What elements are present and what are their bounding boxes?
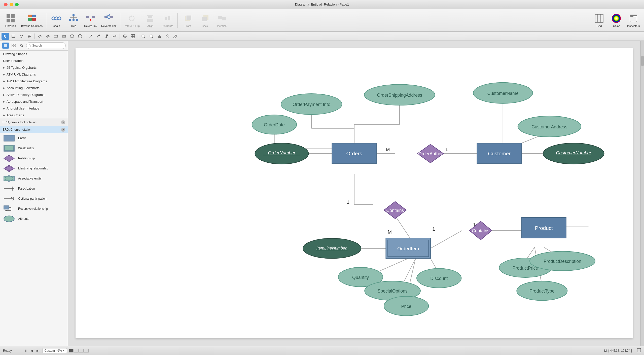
minimize-button[interactable] [10,3,13,6]
sidebar-view-list[interactable] [2,43,9,49]
erd-chens-header[interactable]: ERD, Chen's notation ✕ [0,126,68,133]
svg-rect-7 [32,18,36,21]
tool-zoom-in[interactable] [148,33,155,40]
tool-pen[interactable] [172,33,179,40]
delete-link-label: Delete link [84,24,97,27]
tool-arrow-1[interactable] [87,33,94,40]
erd-item-entity[interactable]: Entity [0,133,68,143]
svg-text:ProductPrice: ProductPrice [513,266,538,271]
tool-arrow-4[interactable] [111,33,118,40]
sidebar-user-libraries[interactable]: User Libraries [0,57,68,64]
svg-rect-78 [131,37,133,38]
svg-point-66 [78,34,82,38]
nav-prev[interactable]: ◀ [29,348,34,353]
toolbar-identical[interactable]: Identical [214,10,230,30]
erd-item-weak-entity[interactable]: Weak entity [0,143,68,153]
vertical-scrollbar[interactable] [640,41,644,346]
sidebar-active-directory[interactable]: ▶ Active Directory Diagrams [0,91,68,98]
tool-text[interactable] [26,33,33,40]
erd-item-attribute[interactable]: Attribute [0,214,68,224]
zoom-display[interactable]: Custom 49% [42,348,67,353]
sidebar-orgcharts[interactable]: ▶ 25 Typical Orgcharts [0,64,68,71]
tool-connect-1[interactable] [36,33,44,40]
svg-rect-0 [7,14,10,18]
tool-rect[interactable] [10,33,17,40]
svg-marker-72 [113,36,114,38]
erd-item-identifying-rel[interactable]: Identifying relationship [0,163,68,173]
tool-ellipse[interactable] [18,33,25,40]
sidebar-search-box[interactable] [26,42,66,49]
sidebar-drawing-shapes[interactable]: Drawing Shapes [0,51,68,57]
accounting-arrow: ▶ [3,87,5,89]
toolbar-chain[interactable]: Chain [48,10,64,30]
maximize-button[interactable] [15,3,19,6]
erd-item-recursive[interactable]: Recursive relationship [0,204,68,214]
toolbar-front[interactable]: Front [180,10,196,30]
toolbar-libraries[interactable]: Libraries [3,10,19,30]
aerospace-arrow: ▶ [3,100,5,103]
canvas[interactable]: M 1 1 M [76,48,633,338]
erd-crows-foot-close[interactable]: ✕ [61,120,65,124]
sidebar: Drawing Shapes User Libraries ▶ 25 Typic… [0,41,68,346]
sidebar-accounting[interactable]: ▶ Accounting Flowcharts [0,85,68,91]
tool-hand[interactable] [156,33,163,40]
distribute-icon [162,13,172,23]
tool-connect-6[interactable] [76,33,84,40]
toolbar: Libraries Browse Solutions Chain [0,9,644,32]
tool-grid-view[interactable] [129,33,137,40]
toolbar-rotate-flip[interactable]: Rotate & Flip [122,10,141,30]
chain-icon [51,13,61,23]
erd-chens-close[interactable]: ✕ [61,128,65,132]
erd-item-optional-participation[interactable]: Optional participation [0,194,68,204]
tool-connect-5[interactable] [68,33,76,40]
sidebar-aws[interactable]: ▶ AWS Architecture Diagrams [0,78,68,85]
toolbar-color[interactable]: Color [608,10,624,30]
entity-preview [3,135,15,142]
close-button[interactable] [4,3,8,6]
erd-item-relationship[interactable]: Relationship [0,153,68,163]
sidebar-atm-uml[interactable]: ▶ ATM UML Diagrams [0,71,68,78]
canvas-area[interactable]: M 1 1 M [68,41,640,346]
toolbar-align[interactable]: Align [142,10,158,30]
toolbar-grid[interactable]: Grid [591,10,607,30]
tool-expand[interactable] [121,33,129,40]
page-indicator-3 [79,349,84,352]
nav-pause[interactable]: ⏸ [23,348,28,353]
sidebar-view-grid[interactable] [10,43,17,49]
sidebar-android[interactable]: ▶ Android User Interface [0,105,68,112]
tool-zoom-out[interactable] [139,33,147,40]
atm-arrow: ▶ [3,73,5,76]
svg-point-9 [55,17,58,20]
back-icon [200,13,210,23]
toolbar-tree[interactable]: Tree [65,10,82,30]
grid-label: Grid [597,24,602,27]
tool-sep-3 [120,33,120,39]
toolbar-inspectors[interactable]: Inspectors [625,10,641,30]
nav-next[interactable]: ▶ [35,348,40,353]
tool-select[interactable] [2,33,9,40]
search-input[interactable] [32,44,63,47]
tool-sep-2 [85,33,85,39]
svg-rect-35 [165,17,167,20]
sidebar-aerospace[interactable]: ▶ Aerospace and Transport [0,98,68,105]
associative-preview [3,175,15,182]
tool-connect-2[interactable] [44,33,52,40]
tool-arrow-3[interactable] [103,33,110,40]
erd-item-participation[interactable]: Participation [0,184,68,194]
toolbar-back[interactable]: Back [197,10,213,30]
toolbar-delete-link[interactable]: Delete link [83,10,99,30]
associative-label: Associative entity [18,177,42,180]
fullscreen-btn[interactable] [637,348,641,353]
tool-arrow-2[interactable] [95,33,102,40]
toolbar-browse-solutions[interactable]: Browse Solutions [20,10,44,30]
erd-item-associative[interactable]: Associative entity [0,173,68,184]
toolbar-reverse-link[interactable]: Reverse link [100,10,118,30]
tool-user[interactable] [164,33,171,40]
sidebar-view-search[interactable] [18,43,25,49]
tool-sep-4 [138,33,138,39]
tool-connect-3[interactable] [52,33,60,40]
tool-connect-4[interactable] [60,33,68,40]
erd-crows-foot-header[interactable]: ERD, crow's foot notation ✕ [0,119,68,126]
sidebar-area-charts[interactable]: ▶ Area Charts [0,112,68,119]
toolbar-distribute[interactable]: Distribute [159,10,175,30]
